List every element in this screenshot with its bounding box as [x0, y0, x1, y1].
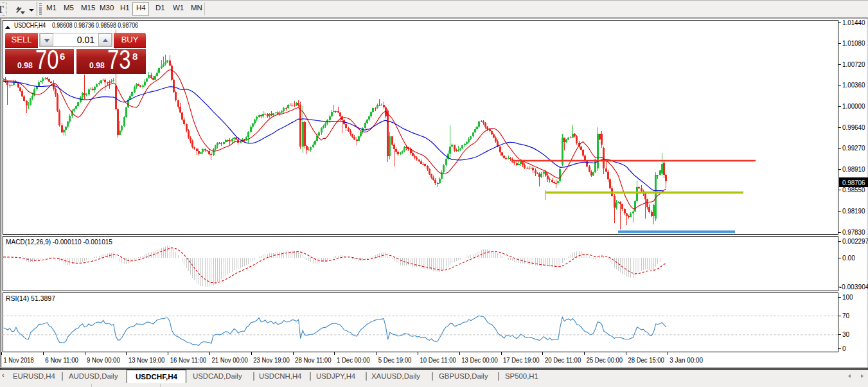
svg-text:0.002297: 0.002297 [842, 238, 868, 245]
svg-text:0.98550: 0.98550 [842, 186, 865, 194]
svg-text:6 Nov 11:00: 6 Nov 11:00 [45, 357, 78, 364]
svg-text:25 Dec 00:00: 25 Dec 00:00 [587, 357, 623, 364]
svg-text:0.97830: 0.97830 [842, 229, 865, 236]
svg-text:13 Nov 19:00: 13 Nov 19:00 [128, 357, 165, 364]
svg-text:1.00000: 1.00000 [842, 103, 865, 110]
svg-text:0.99640: 0.99640 [842, 124, 865, 131]
svg-text:9 Nov 00:00: 9 Nov 00:00 [87, 357, 120, 364]
svg-text:1 Nov 2018: 1 Nov 2018 [4, 357, 34, 364]
svg-text:21 Nov 00:00: 21 Nov 00:00 [212, 357, 249, 364]
svg-text:28 Nov 11:00: 28 Nov 11:00 [295, 357, 332, 364]
svg-text:16 Nov 11:00: 16 Nov 11:00 [170, 357, 207, 364]
svg-text:10 Dec 11:00: 10 Dec 11:00 [420, 357, 457, 364]
svg-text:1.00720: 1.00720 [842, 61, 865, 68]
svg-text:0: 0 [842, 345, 846, 352]
svg-text:28 Dec 15:00: 28 Dec 15:00 [628, 357, 665, 364]
svg-text:1.01080: 1.01080 [842, 40, 865, 47]
svg-text:0.99270: 0.99270 [842, 145, 865, 152]
svg-text:5 Dec 19:00: 5 Dec 19:00 [378, 357, 412, 364]
svg-text:13 Dec 00:00: 13 Dec 00:00 [461, 357, 498, 364]
svg-text:0.98910: 0.98910 [842, 166, 865, 173]
svg-text:1 Dec 00:00: 1 Dec 00:00 [337, 357, 370, 364]
svg-text:100: 100 [842, 294, 853, 301]
svg-text:0.00: 0.00 [842, 255, 855, 262]
svg-text:3 Jan 00:00: 3 Jan 00:00 [669, 357, 703, 364]
svg-text:MACD(12,26,9) -0.000110 -0.001: MACD(12,26,9) -0.000110 -0.001015 [6, 238, 112, 246]
svg-text:23 Nov 19:00: 23 Nov 19:00 [253, 357, 290, 364]
svg-text:17 Dec 19:00: 17 Dec 19:00 [503, 357, 540, 364]
svg-text:20 Dec 11:00: 20 Dec 11:00 [545, 357, 581, 364]
svg-text:RSI(14) 51.3897: RSI(14) 51.3897 [6, 294, 55, 302]
svg-text:0.98190: 0.98190 [842, 208, 865, 215]
svg-text:0.98706: 0.98706 [842, 179, 865, 186]
svg-text:30: 30 [842, 331, 850, 338]
svg-text:1.01440: 1.01440 [842, 19, 865, 26]
svg-text:1.00360: 1.00360 [842, 82, 865, 89]
svg-text:70: 70 [842, 312, 850, 320]
svg-text:-0.003904: -0.003904 [840, 284, 868, 291]
